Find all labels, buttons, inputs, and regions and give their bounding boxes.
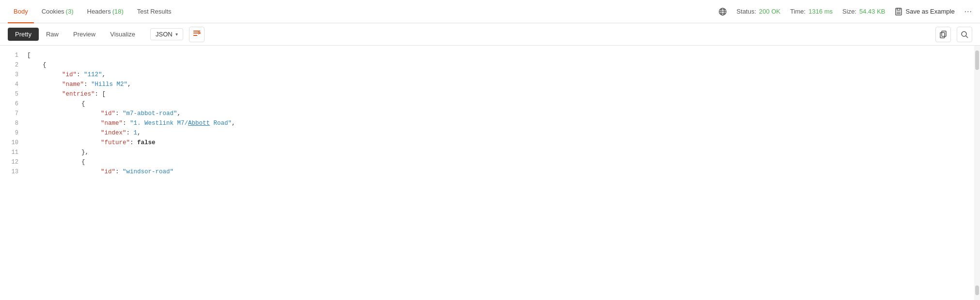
tab-body[interactable]: Body <box>8 0 34 23</box>
tab-body-label: Body <box>14 8 28 15</box>
wrap-lines-icon <box>192 29 201 40</box>
status-label: Status: <box>737 8 756 15</box>
format-select[interactable]: JSON ▾ <box>150 28 183 40</box>
scrollbar-thumb-bottom[interactable] <box>975 285 979 295</box>
ln-13: 13 <box>0 167 18 177</box>
chevron-down-icon: ▾ <box>175 32 178 37</box>
sub-right <box>935 27 972 42</box>
code-line-10: "future": false <box>23 138 974 148</box>
size-label: Size: <box>842 8 856 15</box>
code-line-5: "entries": [ <box>23 89 974 99</box>
code-line-11: }, <box>23 148 974 157</box>
save-as-example-label: Save as Example <box>905 8 954 15</box>
view-tabs: Pretty Raw Preview Visualize <box>8 28 142 41</box>
scrollbar-track[interactable] <box>974 46 980 300</box>
status-item: Status: 200 OK <box>737 8 781 15</box>
view-tab-raw[interactable]: Raw <box>39 28 66 41</box>
wrap-lines-button[interactable] <box>189 27 205 42</box>
format-label: JSON <box>156 31 173 38</box>
code-line-12: { <box>23 157 974 167</box>
search-icon <box>961 31 968 38</box>
ln-4: 4 <box>0 80 18 89</box>
ln-7: 7 <box>0 109 18 118</box>
top-bar: Body Cookies (3) Headers (18) Test Resul… <box>0 0 980 23</box>
ln-8: 8 <box>0 118 18 128</box>
cookies-badge: (3) <box>66 8 74 15</box>
scrollbar-thumb-top[interactable] <box>975 50 979 70</box>
code-line-4: "name": "Hills M2", <box>23 80 974 89</box>
code-line-6: { <box>23 99 974 109</box>
view-tab-preview[interactable]: Preview <box>66 28 103 41</box>
svg-rect-12 <box>942 31 946 36</box>
headers-badge: (18) <box>112 8 124 15</box>
tab-cookies[interactable]: Cookies (3) <box>36 0 79 23</box>
ln-5: 5 <box>0 89 18 99</box>
code-line-7: "id": "m7-abbot-road", <box>23 109 974 118</box>
tab-test-results-label: Test Results <box>137 8 172 15</box>
ln-1: 1 <box>0 50 18 60</box>
tab-headers[interactable]: Headers (18) <box>81 0 129 23</box>
code-line-1: [ <box>23 50 974 60</box>
line-numbers: 1 2 3 4 5 6 7 8 9 10 11 12 13 <box>0 46 23 300</box>
tab-headers-label: Headers <box>87 8 111 15</box>
time-label: Time: <box>790 8 806 15</box>
svg-rect-13 <box>940 33 945 38</box>
save-icon <box>895 8 902 16</box>
ln-10: 10 <box>0 138 18 148</box>
more-options-icon[interactable]: ··· <box>964 7 972 16</box>
code-area: 1 2 3 4 5 6 7 8 9 10 11 12 13 [ { "id": … <box>0 46 980 300</box>
view-tab-raw-label: Raw <box>46 31 59 38</box>
tab-test-results[interactable]: Test Results <box>131 0 177 23</box>
ln-3: 3 <box>0 70 18 80</box>
ln-2: 2 <box>0 60 18 70</box>
globe-area <box>718 7 727 16</box>
copy-button[interactable] <box>935 27 951 42</box>
code-line-3: "id": "112", <box>23 70 974 80</box>
time-value: 1316 ms <box>808 8 833 15</box>
top-tabs: Body Cookies (3) Headers (18) Test Resul… <box>8 0 177 23</box>
svg-rect-5 <box>896 8 901 15</box>
save-as-example-button[interactable]: Save as Example <box>895 8 954 16</box>
view-tab-preview-label: Preview <box>73 31 95 38</box>
time-item: Time: 1316 ms <box>790 8 833 15</box>
view-tab-pretty[interactable]: Pretty <box>8 28 39 41</box>
code-line-9: "index": 1, <box>23 128 974 138</box>
code-line-8: "name": "1. Westlink M7/Abbott Road", <box>23 118 974 128</box>
view-tab-visualize[interactable]: Visualize <box>103 28 142 41</box>
ln-9: 9 <box>0 128 18 138</box>
globe-icon <box>718 7 727 16</box>
status-value: 200 OK <box>759 8 780 15</box>
svg-point-14 <box>962 32 966 36</box>
search-button[interactable] <box>957 27 972 42</box>
wrap-svg-icon <box>192 29 201 38</box>
tab-cookies-label: Cookies <box>42 8 64 15</box>
copy-icon <box>939 31 947 38</box>
status-info-bar: Status: 200 OK Time: 1316 ms Size: 54.43… <box>718 7 972 16</box>
size-value: 54.43 KB <box>859 8 885 15</box>
code-content: [ { "id": "112", "name": "Hills M2", "en… <box>23 46 974 300</box>
svg-line-15 <box>966 36 968 38</box>
ln-12: 12 <box>0 157 18 167</box>
ln-6: 6 <box>0 99 18 109</box>
code-line-2: { <box>23 60 974 70</box>
size-item: Size: 54.43 KB <box>842 8 885 15</box>
view-tab-visualize-label: Visualize <box>110 31 135 38</box>
sub-left: Pretty Raw Preview Visualize JSON ▾ <box>8 27 205 42</box>
code-line-13: "id": "windsor-road" <box>23 167 974 177</box>
view-tab-pretty-label: Pretty <box>15 31 32 38</box>
ln-11: 11 <box>0 148 18 157</box>
svg-rect-6 <box>897 8 900 10</box>
sub-bar: Pretty Raw Preview Visualize JSON ▾ <box>0 23 980 46</box>
